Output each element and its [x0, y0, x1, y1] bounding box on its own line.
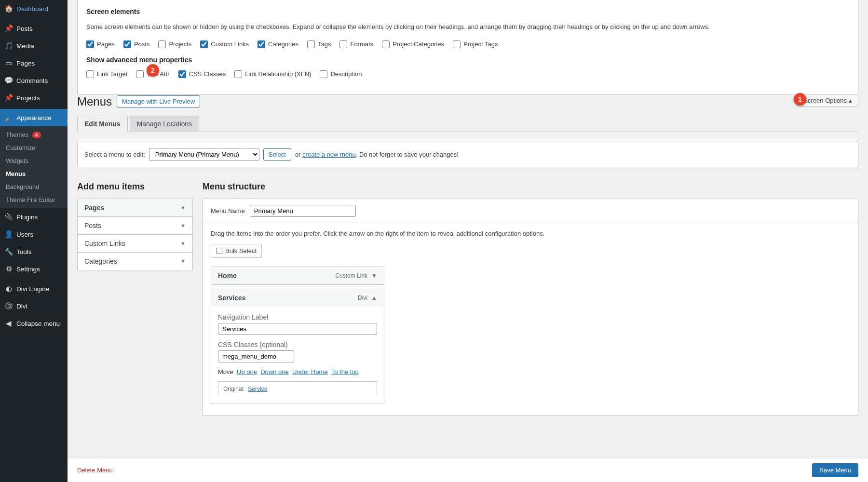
checkbox-row-advanced: Link TargetTitle AttrCSS ClassesLink Rel… — [86, 70, 849, 78]
sidebar-item-dashboard[interactable]: 🏠 Dashboard — [0, 0, 68, 17]
accordion-pages[interactable]: Pages▼ — [78, 199, 192, 217]
sidebar-item-divi[interactable]: Ⓓ Divi — [0, 297, 68, 315]
sidebar-label: Collapse menu — [16, 320, 60, 327]
checkbox-pages[interactable]: Pages — [86, 40, 115, 48]
sidebar-item-collapse[interactable]: ◀ Collapse menu — [0, 315, 68, 332]
checkbox-input[interactable] — [178, 70, 186, 78]
wrench-icon: 🔧 — [4, 247, 14, 256]
sidebar-item-divi-engine[interactable]: ◐ Divi Engine — [0, 280, 68, 297]
nav-label-input[interactable] — [218, 323, 377, 335]
submenu-background[interactable]: Background — [0, 180, 68, 193]
sidebar-item-users[interactable]: 👤 Users — [0, 226, 68, 243]
sidebar-label: Users — [16, 231, 33, 238]
sidebar-label: Posts — [16, 25, 33, 32]
submenu-theme-editor[interactable]: Theme File Editor — [0, 193, 68, 206]
checkbox-label: Pages — [97, 40, 115, 48]
checkbox-label: Description — [330, 70, 362, 78]
checkbox-projects[interactable]: Projects — [158, 40, 191, 48]
sidebar-item-settings[interactable]: ⚙ Settings — [0, 260, 68, 278]
bulk-select-checkbox[interactable] — [216, 248, 222, 254]
checkbox-project-categories[interactable]: Project Categories — [382, 40, 444, 48]
submenu-label: Themes — [6, 131, 28, 138]
tab-edit-menus[interactable]: Edit Menus — [77, 116, 128, 132]
move-top-link[interactable]: To the top — [331, 368, 359, 375]
checkbox-categories[interactable]: Categories — [258, 40, 298, 48]
checkbox-input[interactable] — [158, 40, 166, 48]
checkbox-input[interactable] — [136, 70, 144, 78]
checkbox-formats[interactable]: Formats — [339, 40, 373, 48]
screen-options-tab[interactable]: Screen Options ▴ — [797, 95, 858, 107]
sidebar-label: Projects — [16, 94, 40, 102]
checkbox-input[interactable] — [320, 70, 327, 78]
checkbox-input[interactable] — [307, 40, 315, 48]
sidebar-item-comments[interactable]: 💬 Comments — [0, 72, 68, 89]
submenu-widgets[interactable]: Widgets — [0, 154, 68, 167]
user-icon: 👤 — [4, 229, 14, 239]
menu-item-header[interactable]: Home Custom Link ▼ — [211, 267, 384, 284]
annotation-2: 2 — [147, 64, 159, 77]
checkbox-tags[interactable]: Tags — [307, 40, 331, 48]
checkbox-css-classes[interactable]: CSS Classes — [178, 70, 226, 78]
pin-icon: 📌 — [4, 93, 14, 103]
select-button[interactable]: Select — [263, 148, 291, 161]
sidebar-item-projects[interactable]: 📌 Projects — [0, 89, 68, 107]
menu-structure-heading: Menu structure — [203, 182, 858, 192]
accordion-custom-links[interactable]: Custom Links▼ — [78, 235, 192, 253]
move-under-link[interactable]: Under Home — [292, 368, 328, 375]
tab-manage-locations[interactable]: Manage Locations — [130, 116, 199, 132]
pin-icon: 📌 — [4, 24, 14, 33]
submenu-menus[interactable]: Menus — [0, 167, 68, 180]
sidebar-item-plugins[interactable]: 🔌 Plugins — [0, 208, 68, 226]
checkbox-posts[interactable]: Posts — [123, 40, 150, 48]
structure-hint: Drag the items into the order you prefer… — [211, 230, 850, 237]
move-down-link[interactable]: Down one — [260, 368, 289, 375]
move-label: Move — [218, 368, 233, 375]
accordion-posts[interactable]: Posts▼ — [78, 217, 192, 235]
engine-icon: ◐ — [4, 284, 14, 294]
chevron-up-icon: ▴ — [849, 97, 852, 104]
accordion-categories[interactable]: Categories▼ — [78, 253, 192, 270]
create-menu-link[interactable]: create a new menu — [302, 151, 356, 158]
checkbox-input[interactable] — [339, 40, 347, 48]
bulk-select-toggle[interactable]: Bulk Select — [211, 244, 262, 258]
chevron-down-icon: ▼ — [180, 258, 186, 264]
chevron-down-icon: ▼ — [371, 272, 377, 279]
sidebar-item-pages[interactable]: ▭ Pages — [0, 54, 68, 72]
menu-name-input[interactable] — [250, 205, 356, 217]
checkbox-link-relationship-xfn-[interactable]: Link Relationship (XFN) — [234, 70, 311, 78]
sidebar-item-tools[interactable]: 🔧 Tools — [0, 243, 68, 260]
pages-icon: ▭ — [4, 58, 14, 68]
submenu-customize[interactable]: Customize — [0, 141, 68, 154]
add-items-heading: Add menu items — [77, 182, 193, 192]
original-link[interactable]: Service — [248, 386, 267, 392]
sidebar-item-posts[interactable]: 📌 Posts — [0, 20, 68, 37]
checkbox-custom-links[interactable]: Custom Links — [200, 40, 249, 48]
checkbox-label: Project Categories — [393, 40, 444, 48]
sidebar-label: Pages — [16, 60, 35, 67]
menu-name-label: Menu Name — [211, 207, 245, 214]
checkbox-input[interactable] — [234, 70, 242, 78]
checkbox-row-elements: PagesPostsProjectsCustom LinksCategories… — [86, 40, 849, 48]
original-label: Original: — [223, 386, 245, 392]
checkbox-description[interactable]: Description — [320, 70, 362, 78]
delete-menu-link[interactable]: Delete Menu — [77, 467, 113, 474]
checkbox-link-target[interactable]: Link Target — [86, 70, 127, 78]
move-up-link[interactable]: Up one — [237, 368, 257, 375]
checkbox-project-tags[interactable]: Project Tags — [453, 40, 498, 48]
menu-item-header[interactable]: Services Divi ▲ — [211, 289, 384, 307]
menu-select[interactable]: Primary Menu (Primary Menu) — [149, 148, 259, 161]
checkbox-input[interactable] — [258, 40, 265, 48]
checkbox-input[interactable] — [123, 40, 131, 48]
checkbox-input[interactable] — [382, 40, 390, 48]
checkbox-input[interactable] — [453, 40, 461, 48]
media-icon: 🎵 — [4, 41, 14, 51]
sidebar-item-media[interactable]: 🎵 Media — [0, 37, 68, 54]
checkbox-input[interactable] — [86, 40, 94, 48]
css-classes-input[interactable] — [218, 350, 294, 362]
checkbox-input[interactable] — [200, 40, 208, 48]
sidebar-label: Divi — [16, 303, 27, 310]
checkbox-input[interactable] — [86, 70, 94, 78]
sidebar-item-appearance[interactable]: 🖌️ Appearance — [0, 109, 68, 126]
save-menu-button[interactable]: Save Menu — [812, 463, 858, 477]
submenu-themes[interactable]: Themes 4 — [0, 128, 68, 141]
